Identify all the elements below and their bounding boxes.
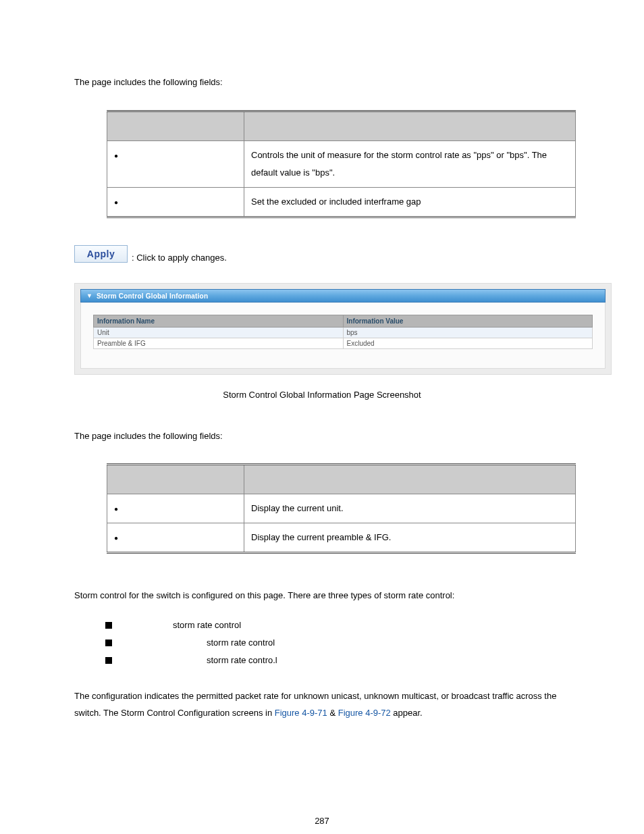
table1-row0-object: ● xyxy=(107,140,244,187)
table1-row1-object: ● xyxy=(107,187,244,217)
config-paragraph: The configuration indicates the permitte… xyxy=(74,688,570,721)
intro-text-1: The page includes the following fields: xyxy=(74,74,570,91)
table1-header-description xyxy=(244,111,576,140)
apply-button[interactable]: Apply xyxy=(74,245,128,263)
table2-row1-desc: Display the current preamble & IFG. xyxy=(244,523,576,553)
bullet-icon: ● xyxy=(114,500,122,516)
list-item: storm rate contro.l xyxy=(105,652,570,669)
bullet-icon: ● xyxy=(114,529,122,545)
panel-header[interactable]: ▼ Storm Control Global Information xyxy=(80,289,606,303)
panel-title: Storm Control Global Information xyxy=(97,292,208,300)
table2-header-description xyxy=(244,465,576,494)
list-item: storm rate control xyxy=(105,634,570,652)
table2-header-object xyxy=(107,465,244,494)
info-header-name: Information Name xyxy=(94,315,344,327)
square-bullet-icon xyxy=(105,622,112,629)
table1-row1-desc: Set the excluded or included interframe … xyxy=(244,187,576,217)
table2-row0-desc: Display the current unit. xyxy=(244,494,576,523)
fields-table-2: ● Display the current unit. ● Display th… xyxy=(107,463,576,554)
info-table: Information Name Information Value Unit … xyxy=(93,315,593,349)
config-text-after: appear. xyxy=(391,708,423,718)
bullet-icon: ● xyxy=(114,193,122,209)
fields-table-1: ● Controls the unit of measure for the s… xyxy=(107,110,576,218)
amp-text: & xyxy=(327,708,338,718)
info-row0-name: Unit xyxy=(94,327,344,338)
bullet-icon: ● xyxy=(114,147,122,163)
table2-row1-object: ● xyxy=(107,523,244,553)
info-row: Unit bps xyxy=(94,327,593,338)
square-bullet-icon xyxy=(105,657,112,664)
buttons-row: Apply : Click to apply changes. xyxy=(74,245,570,263)
figure-link-2[interactable]: Figure 4-9-72 xyxy=(338,708,391,718)
info-row0-value: bps xyxy=(343,327,593,338)
screenshot-panel: ▼ Storm Control Global Information Infor… xyxy=(74,283,612,375)
storm-intro: Storm control for the switch is configur… xyxy=(74,588,570,604)
storm-type-list: storm rate control storm rate control st… xyxy=(105,617,570,669)
screenshot-caption: Storm Control Global Information Page Sc… xyxy=(74,390,570,400)
square-bullet-icon xyxy=(105,640,112,646)
table2-row0-object: ● xyxy=(107,494,244,523)
info-row: Preamble & IFG Excluded xyxy=(94,338,593,348)
info-header-value: Information Value xyxy=(343,315,593,327)
chevron-down-icon: ▼ xyxy=(86,292,92,299)
apply-description: : Click to apply changes. xyxy=(132,253,227,263)
figure-link-1[interactable]: Figure 4-9-71 xyxy=(275,708,327,718)
info-row1-name: Preamble & IFG xyxy=(94,338,344,348)
intro-text-2: The page includes the following fields: xyxy=(74,428,570,445)
list-item: storm rate control xyxy=(105,617,570,634)
table1-row0-desc: Controls the unit of measure for the sto… xyxy=(244,140,576,187)
page-number: 287 xyxy=(74,816,570,826)
table1-header-object xyxy=(107,111,244,140)
info-row1-value: Excluded xyxy=(343,338,593,348)
